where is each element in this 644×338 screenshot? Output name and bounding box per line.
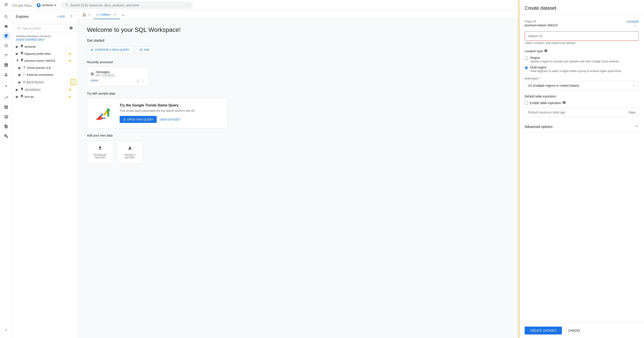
hamburger-icon[interactable] bbox=[3, 1, 10, 9]
project-name: aimltests bbox=[42, 4, 53, 7]
dataset-id-input[interactable] bbox=[524, 32, 639, 40]
more-recent-icon[interactable]: ⋮ bbox=[141, 78, 145, 83]
cancel-button[interactable]: CANCEL bbox=[564, 326, 584, 334]
rail-icon-home[interactable] bbox=[2, 22, 10, 31]
rail-icon-dot[interactable] bbox=[2, 82, 10, 90]
tree-item-91117[interactable]: ▶ 91117blurred ☆ ⋮ bbox=[12, 78, 78, 86]
rail-icon-table[interactable] bbox=[2, 112, 10, 121]
max-age-input[interactable] bbox=[524, 108, 639, 117]
open-query-button[interactable]: ◎ OPEN THIS QUERY bbox=[120, 116, 157, 123]
star-icon[interactable]: ☆ bbox=[66, 80, 70, 84]
multi-region-desc: Allow BigQuery to select a region within… bbox=[530, 70, 622, 73]
tree-label-aimltests: aimltests bbox=[24, 45, 68, 48]
tab-home-close[interactable]: ✕ bbox=[88, 12, 91, 17]
tab-untitled-label: Untitled bbox=[100, 13, 110, 16]
change-project-link[interactable]: CHANGE bbox=[626, 20, 639, 23]
search-shortcut: / bbox=[188, 4, 189, 7]
table-icon bbox=[23, 80, 26, 84]
rail-icon-expand[interactable] bbox=[2, 326, 10, 334]
tree-item-premium-trainer[interactable]: ▼ premium-trainer-284210 ★ ⋮ bbox=[12, 57, 78, 64]
rail-icon-dashboard[interactable] bbox=[2, 103, 10, 112]
star-recent-icon[interactable]: ☆ bbox=[136, 78, 140, 83]
dataset-id-field: * Letters, numbers, and underscores allo… bbox=[524, 32, 639, 44]
explorer-search-box[interactable] bbox=[15, 24, 75, 32]
expiration-help-icon[interactable] bbox=[562, 101, 566, 105]
star-icon[interactable]: ★ bbox=[68, 94, 71, 99]
star-icon[interactable]: ☆ bbox=[68, 44, 71, 49]
enable-expiration-checkbox[interactable] bbox=[524, 101, 528, 105]
enable-expiration-label[interactable]: Enable table expiration bbox=[530, 101, 566, 105]
star-icon[interactable]: ★ bbox=[68, 52, 71, 56]
tree-item-saved-queries[interactable]: ▶ Saved queries (13) ⋮ bbox=[12, 64, 78, 71]
explorer-search-input[interactable] bbox=[22, 27, 68, 30]
required-asterisk: * bbox=[635, 25, 636, 28]
rail-icon-document[interactable] bbox=[2, 122, 10, 131]
tab-home-icon: 🏠 bbox=[82, 13, 86, 16]
tree-item-blurred[interactable]: ▶ blurredname ★ ⋮ bbox=[12, 86, 78, 93]
region-desc: Specify a region to colocate your datase… bbox=[530, 60, 620, 63]
expand-arrow-icon: ▶ bbox=[16, 52, 19, 56]
radio-multi-region: Multi-region Allow BigQuery to select a … bbox=[524, 66, 639, 73]
add-data-button[interactable]: ⊞ ADD bbox=[136, 46, 153, 53]
global-search-bar[interactable]: / bbox=[61, 2, 193, 9]
google-cloud-logo[interactable]: Google Cloud bbox=[12, 3, 32, 8]
show-starred-button[interactable]: SHOW STARRED ONLY bbox=[12, 38, 78, 43]
rail-icon-chart[interactable] bbox=[2, 93, 10, 102]
explorer-collapse-icon[interactable] bbox=[69, 13, 74, 20]
multi-region-field-label: Multi-region * bbox=[524, 77, 639, 80]
explorer-add-button[interactable]: + ADD bbox=[55, 14, 67, 19]
recent-actions: OPEN ☆ ⋮ bbox=[91, 78, 145, 83]
multi-region-select[interactable]: US (multiple regions in United States) E… bbox=[524, 81, 639, 90]
recent-item-name: messages bbox=[96, 70, 115, 74]
more-icon-highlighted[interactable]: ⋮ bbox=[70, 79, 76, 85]
rail-icon-filter[interactable] bbox=[2, 51, 10, 60]
tree-label-91117: 91117blurred bbox=[27, 80, 66, 84]
tab-add-button[interactable]: ＋ bbox=[120, 11, 126, 19]
panel-footer: CREATE DATASET CANCEL bbox=[519, 323, 644, 338]
multi-region-radio[interactable] bbox=[524, 66, 528, 70]
project-selector[interactable]: aimltests ▾ bbox=[34, 2, 58, 8]
open-link[interactable]: OPEN bbox=[91, 79, 98, 82]
expand-arrow-icon: ▼ bbox=[16, 58, 19, 62]
multi-region-label[interactable]: Multi-region bbox=[530, 66, 546, 69]
tree-label-bigquery: bigquery-public-data bbox=[24, 52, 68, 55]
rail-icon-bigquery[interactable] bbox=[2, 32, 10, 40]
tree-item-external[interactable]: ▶ External connections ⋮ bbox=[12, 71, 78, 78]
create-dataset-button[interactable]: CREATE DATASET bbox=[524, 326, 562, 334]
tab-untitled-close[interactable]: ✕ bbox=[114, 12, 117, 17]
tree-item-bigquery-public[interactable]: ▶ bigquery-public-data ★ ⋮ bbox=[12, 50, 78, 57]
tab-home[interactable]: 🏠 ✕ bbox=[80, 11, 94, 19]
region-label[interactable]: Region bbox=[530, 56, 540, 60]
sample-buttons: ◎ OPEN THIS QUERY VIEW DATASET bbox=[120, 116, 195, 123]
location-help-icon[interactable] bbox=[544, 49, 548, 53]
item-icon bbox=[20, 51, 24, 56]
tab-untitled[interactable]: ◻ Untitled ▾ ✕ bbox=[94, 11, 120, 19]
rail-icon-search[interactable] bbox=[2, 12, 10, 21]
personal-history-item[interactable]: PERSONAL HISTORY bbox=[87, 141, 113, 164]
connection-icon bbox=[23, 73, 26, 76]
project-chevron-icon: ▾ bbox=[54, 3, 56, 7]
view-dataset-button[interactable]: VIEW DATASET bbox=[159, 118, 180, 121]
rail-icon-analytics[interactable] bbox=[2, 60, 10, 69]
global-search-icon bbox=[65, 3, 68, 8]
compose-icon: ⊞ bbox=[91, 48, 93, 51]
max-age-wrapper: Days bbox=[524, 108, 639, 117]
explorer-help-icon[interactable] bbox=[69, 26, 73, 30]
rail-icon-person[interactable] bbox=[2, 70, 10, 79]
tree-item-aimltests[interactable]: ▶ aimltests ☆ ⋮ bbox=[12, 43, 78, 50]
location-type-label: Location type bbox=[524, 49, 639, 53]
query-icon: ◎ bbox=[123, 118, 126, 121]
advanced-options-toggle[interactable]: Advanced options bbox=[524, 121, 639, 132]
star-icon[interactable]: ★ bbox=[68, 88, 71, 92]
compose-query-button[interactable]: ⊞ COMPOSE A NEW QUERY bbox=[87, 46, 134, 53]
region-radio[interactable] bbox=[524, 56, 528, 60]
tree-item-turn-qa[interactable]: ▶ turn-qa ★ ⋮ bbox=[12, 93, 78, 100]
rail-icon-history[interactable] bbox=[2, 41, 10, 50]
expand-arrow-icon: ▶ bbox=[18, 66, 22, 70]
rail-icon-wrench[interactable] bbox=[2, 132, 10, 140]
expand-arrow-icon: ▶ bbox=[18, 80, 22, 84]
star-icon[interactable]: ★ bbox=[68, 58, 71, 63]
project-history-item[interactable]: PROJECT HISTORY bbox=[117, 141, 143, 164]
sample-info: Try the Google Trends Demo Query This si… bbox=[120, 104, 195, 123]
global-search-input[interactable] bbox=[70, 4, 187, 7]
